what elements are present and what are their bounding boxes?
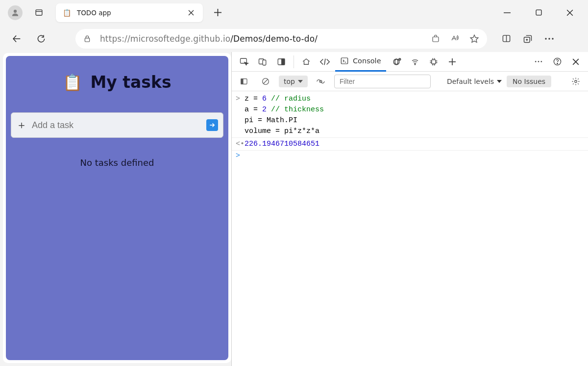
address-bar[interactable]: https://microsoftedge.github.io/Demos/de… [75,29,487,49]
tab-sources[interactable] [388,53,405,70]
window-minimize-button[interactable] [500,5,514,20]
window-close-button[interactable] [563,5,577,20]
back-button[interactable] [7,29,26,49]
svg-rect-27 [263,60,266,65]
svg-rect-13 [433,37,439,42]
console-sidebar-button[interactable] [236,73,252,90]
devtools-panel: Console [231,52,588,366]
empty-message: No tasks defined [11,157,223,168]
tab-elements[interactable] [317,53,333,70]
toolbar: https://microsoftedge.github.io/Demos/de… [0,25,588,52]
todo-app: 📋 My tasks ＋ No tasks defined [6,56,228,360]
svg-rect-31 [341,58,347,64]
svg-point-21 [545,38,546,39]
svg-rect-37 [431,59,435,63]
page-viewport: 📋 My tasks ＋ No tasks defined [3,53,231,363]
devtools-more-button[interactable] [530,53,547,70]
svg-marker-61 [497,80,502,83]
add-task-input[interactable] [32,120,206,131]
svg-point-52 [557,63,558,64]
tab-performance[interactable] [425,53,442,70]
svg-point-36 [415,64,416,65]
svg-line-58 [264,79,268,83]
device-toolbar-button[interactable] [254,53,271,70]
console-output[interactable]: >z = 6 // radius a = 2 // thickness pi =… [232,91,588,366]
svg-marker-15 [470,35,478,42]
log-levels-selector[interactable]: Default levels [447,78,502,85]
svg-rect-56 [241,78,243,84]
tab-console[interactable]: Console [335,52,386,72]
title-bar: 📋 TODO app [0,0,588,25]
url-text: https://microsoftedge.github.io/Demos/de… [100,34,318,44]
svg-marker-59 [298,80,303,83]
window-maximize-button[interactable] [531,5,546,20]
tab-close-button[interactable] [184,6,198,20]
shopping-icon[interactable] [431,34,440,43]
page-heading: 📋 My tasks [11,73,223,92]
plus-icon: ＋ [16,118,27,132]
console-prompt[interactable]: > [232,151,588,161]
devtools-help-button[interactable] [549,53,565,70]
devtools-tabbar: Console [232,52,588,72]
tab-favicon: 📋 [63,9,71,17]
svg-point-50 [541,61,542,62]
tab-actions-button[interactable] [31,5,46,20]
inspect-element-button[interactable] [236,53,252,70]
browser-tab[interactable]: 📋 TODO app [56,3,203,22]
add-task-form[interactable]: ＋ [11,112,223,138]
console-input-line: z = 6 // radius [245,94,311,104]
svg-rect-1 [36,10,42,15]
svg-point-0 [14,9,17,12]
console-toolbar: top Default levels No Issues [232,72,588,91]
split-screen-button[interactable] [502,34,511,43]
devtools-close-button[interactable] [567,53,584,70]
tab-welcome[interactable] [298,53,315,70]
dock-side-button[interactable] [273,53,290,70]
svg-point-48 [535,61,537,62]
console-settings-button[interactable] [567,73,584,90]
settings-more-button[interactable] [544,37,554,40]
clear-console-button[interactable] [257,73,274,90]
clipboard-icon: 📋 [63,73,82,92]
submit-task-button[interactable] [206,119,218,131]
console-input-line: volume = pi*z*z*a [245,127,319,136]
console-input-line: a = 2 // thickness [245,105,324,115]
more-tabs-button[interactable] [444,53,461,70]
read-aloud-icon[interactable] [450,34,460,43]
favorite-button[interactable] [469,34,479,44]
refresh-button[interactable] [31,29,51,49]
svg-point-49 [538,61,539,62]
new-tab-button[interactable] [208,3,227,23]
svg-line-30 [324,58,325,65]
issues-button[interactable]: No Issues [507,76,551,87]
svg-rect-8 [536,10,541,15]
tab-title: TODO app [77,9,184,17]
console-result: <•226.1946710584651 [232,137,588,151]
console-input-line: pi = Math.PI [245,116,297,126]
profile-button[interactable] [8,5,23,20]
svg-point-23 [552,38,553,39]
collections-button[interactable] [523,34,533,44]
console-filter-input[interactable] [334,75,431,88]
svg-point-62 [575,80,577,82]
svg-rect-12 [85,38,89,41]
context-selector[interactable]: top [279,76,308,87]
site-info-button[interactable] [83,34,91,43]
svg-rect-29 [282,59,285,65]
live-expression-button[interactable] [313,73,329,90]
tab-network[interactable] [407,53,423,70]
svg-point-22 [548,38,550,39]
